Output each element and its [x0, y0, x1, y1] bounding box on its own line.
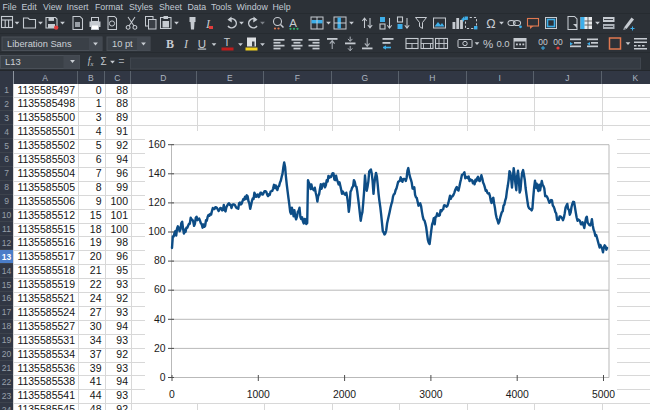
svg-text:T: T: [224, 36, 231, 48]
svg-text:5000: 5000: [592, 389, 615, 400]
svg-text:00: 00: [553, 37, 563, 47]
svg-text:00: 00: [538, 37, 548, 47]
svg-text:A: A: [289, 17, 297, 29]
svg-text:0: 0: [169, 389, 175, 400]
svg-text:0: 0: [160, 372, 166, 383]
svg-text:40: 40: [154, 314, 166, 325]
svg-text:1000: 1000: [247, 389, 270, 400]
svg-text:B: B: [166, 37, 174, 51]
svg-text:=: =: [119, 56, 125, 67]
svg-text:10 pt: 10 pt: [112, 39, 133, 49]
svg-text:0.0: 0.0: [496, 38, 509, 49]
svg-text:L13: L13: [5, 56, 21, 67]
svg-text:Liberation Sans: Liberation Sans: [7, 39, 72, 49]
svg-text:140: 140: [148, 168, 166, 179]
svg-text:20: 20: [154, 343, 166, 354]
svg-text:U: U: [198, 38, 206, 50]
svg-text:Ω: Ω: [486, 17, 495, 31]
svg-text:fx: fx: [88, 56, 94, 67]
svg-text:60: 60: [154, 284, 166, 295]
svg-text:2000: 2000: [333, 389, 356, 400]
svg-text:120: 120: [148, 197, 166, 208]
svg-text:Σ: Σ: [100, 56, 106, 67]
svg-text:I: I: [183, 37, 189, 51]
svg-text:100: 100: [148, 226, 166, 237]
svg-text:3000: 3000: [419, 389, 442, 400]
svg-text:4000: 4000: [506, 389, 529, 400]
svg-text:%: %: [483, 38, 493, 50]
svg-text:160: 160: [148, 139, 166, 150]
svg-text:80: 80: [154, 255, 166, 266]
